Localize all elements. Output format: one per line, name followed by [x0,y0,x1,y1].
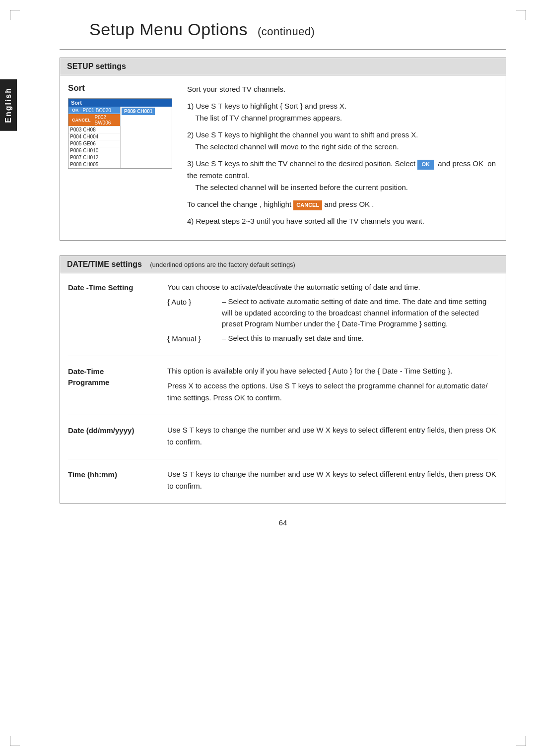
corner-mark-br [516,736,526,746]
setup-section-header: SETUP settings [60,58,506,75]
dt-option-manual-label: { Manual } [167,333,217,345]
tv-rows: OK P001 BO020 CANCEL P002 SW006 P003 CH0… [68,107,172,168]
tv-col-left: OK P001 BO020 CANCEL P002 SW006 P003 CH0… [68,107,121,168]
dt-label-date: Date (dd/mm/yyyy) [68,424,157,451]
tv-screen-mockup: Sort OK P001 BO020 CANCEL P002 SW006 P [68,98,172,169]
dt-row-date: Date (dd/mm/yyyy) Use S T keys to change… [68,424,498,459]
tv-row-6: P006 CH010 [68,147,120,154]
tv-row-ok: OK P001 BO020 [68,107,120,114]
tv-row-7: P007 CH012 [68,154,120,161]
dt-desc-time-main: Use S T keys to change the number and us… [167,468,498,492]
sort-left-panel: Sort Sort OK P001 BO020 CANCEL P002 SW0 [68,83,177,232]
corner-mark-tr [516,10,526,20]
tv-row-3: P003 CH08 [68,126,120,133]
dt-option-auto: { Auto } – Select to activate automatic … [167,296,498,330]
dt-row-date-time-setting: Date -Time Setting You can choose to act… [68,281,498,356]
tv-right-highlight: P009 CH001 [122,108,155,115]
english-tab: English [0,79,17,131]
tv-title-bar: Sort [68,99,172,107]
dt-label-time: Time (hh:mm) [68,468,157,495]
dt-option-auto-desc: – Select to activate automatic setting o… [222,296,498,330]
dt-row-time: Time (hh:mm) Use S T keys to change the … [68,468,498,495]
dt-desc-programme-extra: Press X to access the options. Use S T k… [167,380,498,404]
tv-row-8: P008 CH005 [68,161,120,168]
setup-section-body: Sort Sort OK P001 BO020 CANCEL P002 SW0 [60,75,506,240]
dt-option-manual-desc: – Select this to manually set date and t… [222,333,498,345]
tv-row-5: P005 GE06 [68,140,120,147]
tv-row-4: P004 CH004 [68,133,120,140]
dt-desc-date-main: Use S T keys to change the number and us… [167,424,498,448]
setup-section: SETUP settings Sort Sort OK P001 BO020 [60,58,506,241]
dt-label-date-time-setting: Date -Time Setting [68,281,157,348]
dt-option-auto-label: { Auto } [167,296,217,330]
title-divider [60,49,506,50]
inline-cancel-button: CANCEL [293,200,322,210]
dt-row-programme: Date-TimeProgramme This option is availa… [68,365,498,415]
ok-button-tv: OK [70,107,81,113]
cancel-button-tv: CANCEL [70,117,93,123]
tv-row-cancel: CANCEL P002 SW006 [68,114,120,126]
dt-label-programme: Date-TimeProgramme [68,365,157,407]
sort-step1: 1) Use S T keys to highlight { Sort } an… [187,100,498,124]
inline-ok-button: OK [417,160,434,170]
sort-intro: Sort your stored TV channels. [187,83,498,95]
dt-desc-time: Use S T keys to change the number and us… [167,468,498,495]
sort-step4: 4) Repeat steps 2~3 until you have sorte… [187,215,498,227]
datetime-body: Date -Time Setting You can choose to act… [60,273,506,503]
sort-label: Sort [68,83,177,93]
dt-desc-date: Use S T keys to change the number and us… [167,424,498,451]
corner-mark-bl [10,736,20,746]
sort-step3: 3) Use S T keys to shift the TV channel … [187,158,498,193]
dt-desc-programme-main: This option is available only if you hav… [167,365,498,377]
page-number: 64 [60,518,506,527]
dt-desc-date-time-setting: You can choose to activate/deactivate th… [167,281,498,348]
tv-col-right: P009 CH001 [121,107,170,168]
dt-desc-programme: This option is available only if you hav… [167,365,498,407]
dt-desc-main-1: You can choose to activate/deactivate th… [167,281,498,293]
sort-instructions: Sort your stored TV channels. 1) Use S T… [187,83,498,232]
corner-mark-tl [10,10,20,20]
dt-option-manual: { Manual } – Select this to manually set… [167,333,498,345]
datetime-section-header: DATE/TIME settings (underlined options a… [60,256,506,273]
datetime-section: DATE/TIME settings (underlined options a… [60,255,506,504]
sort-cancel-note: To cancel the change , highlight CANCEL … [187,198,498,210]
page-title: Setup Menu Options (continued) [60,20,506,39]
sort-step2: 2) Use S T keys to highlight the channel… [187,129,498,153]
